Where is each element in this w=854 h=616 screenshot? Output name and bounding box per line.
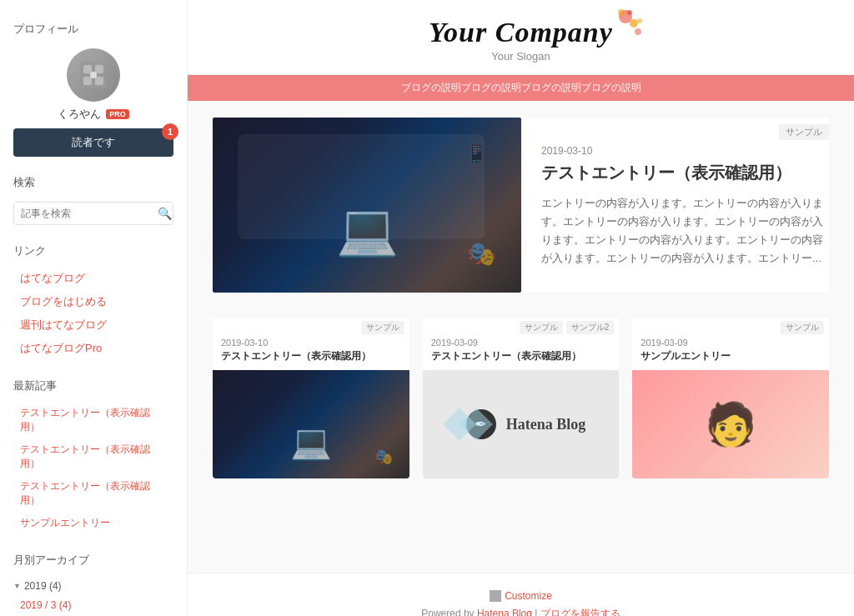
card-2-tag-1[interactable]: サンプル xyxy=(520,321,563,334)
card-1-laptop-scene: 🎭 xyxy=(213,370,409,478)
recent-section: テストエントリー（表示確認用） テストエントリー（表示確認用） テストエントリー… xyxy=(0,398,187,544)
follow-button[interactable]: 読者です xyxy=(13,128,173,157)
archive-year-label: 2019 (4) xyxy=(24,580,62,592)
post-card-1: サンプル 2019-03-10 テストエントリー（表示確認用） 🎭 xyxy=(213,318,409,478)
svg-point-5 xyxy=(90,72,97,78)
card-1-thumbnail: 🎭 xyxy=(213,370,409,478)
recent-item-3[interactable]: テストエントリー（表示確認用） xyxy=(0,475,187,512)
archive-section: ▼ 2019 (4) 2019 / 3 (4) xyxy=(0,573,187,616)
links-section-label: リンク xyxy=(0,235,187,263)
card-3-thumbnail: 🧑 xyxy=(632,370,829,478)
card-2-hatena-scene: ✒ Hatena Blog xyxy=(423,370,620,478)
links-section: はてなブログ ブログをはじめる 週刊はてなブログ はてなブログPro xyxy=(0,263,187,370)
card-2-thumbnail: ✒ Hatena Blog xyxy=(423,370,620,478)
profile-section-label: プロフィール xyxy=(0,13,187,42)
recent-item-4[interactable]: サンプルエントリー xyxy=(0,512,187,534)
link-item-hatena-blog[interactable]: はてなブログ xyxy=(0,267,187,290)
svg-rect-4 xyxy=(95,77,103,85)
hatena-logo: ✒ Hatena Blog xyxy=(456,409,586,439)
customize-icon xyxy=(490,590,501,602)
site-header: Your Company Your Slogan xyxy=(188,0,854,75)
powered-by-text: Powered by xyxy=(421,608,477,616)
footer-powered-by: Powered by Hatena Blog | ブログを報告する xyxy=(204,607,837,616)
link-item-start-blog[interactable]: ブログをはじめる xyxy=(0,290,187,313)
card-2-tag-row: サンプル サンプル2 xyxy=(423,318,620,334)
featured-post: 🎭 📱 サンプル 2019-03-10 テストエントリー（表示確認用） エントリ… xyxy=(213,118,829,293)
featured-thumbnail: 🎭 📱 xyxy=(213,118,521,293)
svg-rect-1 xyxy=(83,65,92,73)
svg-rect-3 xyxy=(83,77,92,85)
post-card-2: サンプル サンプル2 2019-03-09 テストエントリー（表示確認用） xyxy=(423,318,620,478)
card-1-title[interactable]: テストエントリー（表示確認用） xyxy=(213,349,409,370)
svg-point-9 xyxy=(618,9,625,16)
archive-year-2019: ▼ 2019 (4) xyxy=(0,576,187,596)
laptop-scene: 🎭 📱 xyxy=(213,118,521,293)
card-3-person-scene: 🧑 xyxy=(632,370,829,478)
svg-point-7 xyxy=(630,19,638,28)
search-section: 🔍 xyxy=(0,195,187,235)
archive-section-label: 月別アーカイブ xyxy=(0,544,187,573)
featured-meta: サンプル 2019-03-10 テストエントリー（表示確認用） エントリーの内容… xyxy=(541,118,829,293)
search-input-wrap: 🔍 xyxy=(13,202,173,225)
svg-point-10 xyxy=(627,10,632,15)
recent-item-1[interactable]: テストエントリー（表示確認用） xyxy=(0,402,187,438)
site-title[interactable]: Your Company xyxy=(429,17,613,48)
customize-link[interactable]: Customize xyxy=(505,590,552,602)
profile-name-row: くろやん PRO xyxy=(58,107,129,122)
hatena-blog-link[interactable]: Hatena Blog xyxy=(477,608,532,616)
card-3-date: 2019-03-09 xyxy=(632,334,829,349)
card-1-tag[interactable]: サンプル xyxy=(361,321,404,334)
featured-post-title[interactable]: テストエントリー（表示確認用） xyxy=(541,162,829,184)
report-link[interactable]: ブログを報告する xyxy=(540,608,620,616)
recent-section-label: 最新記事 xyxy=(0,370,187,398)
card-1-tag-row: サンプル xyxy=(213,318,409,334)
profile-name: くろやん xyxy=(58,107,101,122)
main-content: Your Company Your Slogan ブログの説明ブログの説明ブログ… xyxy=(188,0,854,616)
featured-post-date: 2019-03-10 xyxy=(541,145,829,157)
card-3-title[interactable]: サンプルエントリー xyxy=(632,349,829,370)
featured-post-excerpt: エントリーの内容が入ります。エントリーの内容が入ります。エントリーの内容が入りま… xyxy=(541,194,829,268)
link-item-hatena-pro[interactable]: はてなブログPro xyxy=(0,337,187,360)
svg-point-8 xyxy=(635,28,641,35)
svg-point-11 xyxy=(637,18,642,23)
card-3-tag[interactable]: サンプル xyxy=(781,321,824,334)
follow-button-wrap: 読者です 1 xyxy=(13,128,173,157)
search-section-label: 検索 xyxy=(0,167,187,195)
card-2-date: 2019-03-09 xyxy=(423,334,620,349)
post-grid: サンプル 2019-03-10 テストエントリー（表示確認用） 🎭 サンプル サ… xyxy=(213,318,829,478)
card-3-tag-row: サンプル xyxy=(632,318,829,334)
blog-description-bar: ブログの説明ブログの説明ブログの説明ブログの説明 xyxy=(188,75,854,101)
link-item-weekly-blog[interactable]: 週刊はてなブログ xyxy=(0,313,187,337)
svg-rect-2 xyxy=(95,65,103,73)
avatar xyxy=(67,48,120,102)
collapse-icon: ▼ xyxy=(13,582,21,590)
logo-sparkle xyxy=(605,8,646,50)
archive-month-2019-3[interactable]: 2019 / 3 (4) xyxy=(0,596,187,614)
profile-section: くろやん PRO 読者です 1 xyxy=(0,42,187,167)
avatar-icon xyxy=(77,58,110,92)
pro-badge: PRO xyxy=(106,109,129,119)
content-area: 🎭 📱 サンプル 2019-03-10 テストエントリー（表示確認用） エントリ… xyxy=(188,101,854,573)
customize-row: Customize xyxy=(204,590,837,602)
hatena-blog-text: Hatena Blog xyxy=(506,416,586,433)
site-logo-area: Your Company Your Slogan xyxy=(429,17,613,63)
post-card-3: サンプル 2019-03-09 サンプルエントリー 🧑 xyxy=(632,318,829,478)
card-2-tag-2[interactable]: サンプル2 xyxy=(566,321,615,334)
card-2-title[interactable]: テストエントリー（表示確認用） xyxy=(423,349,620,370)
sidebar: プロフィール くろやん PRO 読者です 1 検索 xyxy=(0,0,188,616)
site-footer: Customize Powered by Hatena Blog | ブログを報… xyxy=(188,573,854,616)
search-input[interactable] xyxy=(14,203,153,224)
person-emoji: 🧑 xyxy=(705,400,756,448)
footer-separator: | xyxy=(532,608,540,616)
card-1-date: 2019-03-10 xyxy=(213,334,409,349)
search-button[interactable]: 🔍 xyxy=(153,203,173,223)
follower-count: 1 xyxy=(162,123,178,140)
featured-sample-tag[interactable]: サンプル xyxy=(779,124,829,140)
recent-item-2[interactable]: テストエントリー（表示確認用） xyxy=(0,438,187,475)
site-slogan: Your Slogan xyxy=(491,50,550,63)
